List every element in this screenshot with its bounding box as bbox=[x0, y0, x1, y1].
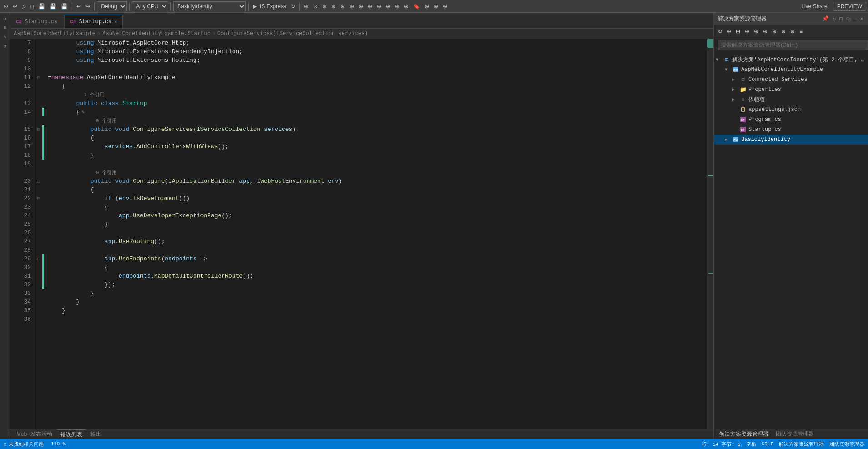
fold-29[interactable]: ⊟ bbox=[35, 254, 42, 263]
status-line-col-label: 行: 14 字节: 6 bbox=[702, 441, 741, 448]
toolbar-more8[interactable]: ⊕ bbox=[384, 2, 392, 10]
fold-15[interactable]: ⊟ bbox=[35, 125, 42, 134]
code-editor[interactable]: 7 8 9 10 11 12 13 14 15 16 17 18 19 2 bbox=[10, 39, 713, 429]
connected-services-icon: ⊞ bbox=[739, 76, 747, 83]
tab-output[interactable]: 输出 bbox=[87, 429, 105, 439]
fold-9 bbox=[35, 56, 42, 65]
toolbar-more4[interactable]: ⊕ bbox=[348, 2, 356, 10]
sidebar-icon-2[interactable]: ≡ bbox=[1, 24, 9, 32]
toolbar-more3[interactable]: ⊕ bbox=[339, 2, 347, 10]
scroll-bar[interactable] bbox=[707, 39, 713, 429]
status-panel1-tab[interactable]: 解决方案资源管理器 bbox=[779, 441, 824, 448]
status-errors-indicator[interactable]: ⊙ 未找到相关问题 bbox=[4, 441, 44, 448]
redo-btn[interactable]: ↪ bbox=[84, 2, 92, 10]
toolbar-perf[interactable]: ⊙ bbox=[311, 2, 319, 10]
toolbar-more5[interactable]: ⊕ bbox=[357, 2, 365, 10]
code-line-32: }); bbox=[44, 280, 707, 289]
toolbar-more12[interactable]: ⊕ bbox=[432, 2, 440, 10]
toolbar-btn-6[interactable]: 💾 bbox=[48, 2, 58, 10]
se-toolbar-9[interactable]: ⊕ bbox=[788, 27, 797, 35]
path-segment-1[interactable]: AspNetCoreIdentityExample bbox=[14, 30, 95, 37]
status-zoom[interactable]: 110 % bbox=[51, 441, 66, 447]
sidebar-icon-1[interactable]: ⊙ bbox=[1, 15, 9, 23]
project-select[interactable]: BasiclyIdentity bbox=[173, 1, 246, 11]
path-segment-3[interactable]: ConfigureServices(IServiceCollection ser… bbox=[217, 30, 368, 37]
panel-settings-icon[interactable]: ⚙ bbox=[845, 15, 850, 23]
tab-startup-inactive[interactable]: C# Startup.cs bbox=[10, 15, 63, 28]
path-segment-2[interactable]: AspNetCoreIdentityExample.Startup bbox=[102, 30, 210, 37]
tree-connected-services[interactable]: ▶ ⊞ Connected Services bbox=[714, 75, 868, 85]
se-toolbar-8[interactable]: ⊕ bbox=[779, 27, 788, 35]
tab-close-btn[interactable]: ✕ bbox=[114, 19, 117, 25]
fold-20[interactable]: ⊟ bbox=[35, 177, 42, 185]
toolbar-btn-2[interactable]: ↩ bbox=[11, 2, 19, 10]
iis-run-btn[interactable]: ▶ IIS Express bbox=[251, 2, 288, 10]
sidebar-icon-3[interactable]: ✎ bbox=[1, 33, 9, 41]
toolbar-more13[interactable]: ⊕ bbox=[441, 2, 449, 10]
undo-btn[interactable]: ↩ bbox=[75, 2, 83, 10]
tree-solution-root[interactable]: ▼ ⊞ 解决方案'AspNetCoreIdentity'(第 2 个项目, 共 … bbox=[714, 55, 868, 65]
code-line-15: public void ConfigureServices(IServiceCo… bbox=[44, 125, 707, 134]
status-line-col[interactable]: 行: 14 字节: 6 bbox=[702, 441, 741, 448]
panel-tab-solution-explorer[interactable]: 解决方案资源管理器 bbox=[718, 430, 770, 438]
panel-tab-team-explorer[interactable]: 团队资源管理器 bbox=[774, 430, 816, 438]
solution-search-input[interactable] bbox=[718, 40, 868, 50]
se-toolbar-2[interactable]: ⊕ bbox=[725, 27, 733, 35]
toolbar-btn-5[interactable]: 💾 bbox=[36, 2, 47, 10]
tree-properties[interactable]: ▶ 📁 Properties bbox=[714, 85, 868, 95]
panel-filter-icon[interactable]: ⊟ bbox=[838, 15, 843, 23]
se-toolbar-5[interactable]: ⊕ bbox=[752, 27, 760, 35]
bottom-tabs: Web 发布活动 错误列表 输出 bbox=[10, 429, 713, 439]
panel-header-icons: 📌 ↻ ⊟ ⚙ — ✕ bbox=[821, 15, 864, 23]
toolbar-btn-4[interactable]: □ bbox=[29, 2, 35, 10]
toolbar-more10[interactable]: ⊕ bbox=[402, 2, 410, 10]
tree-appsettings[interactable]: {} appsettings.json bbox=[714, 105, 868, 115]
se-toolbar-1[interactable]: ⟲ bbox=[716, 27, 724, 35]
tree-program-cs[interactable]: C# Program.cs bbox=[714, 115, 868, 125]
status-panel2-tab[interactable]: 团队资源管理器 bbox=[829, 441, 864, 448]
status-encoding[interactable]: 空格 bbox=[746, 441, 756, 448]
toolbar-more9[interactable]: ⊕ bbox=[393, 2, 401, 10]
tree-project2[interactable]: ▶ C# BasiclyIdentity bbox=[714, 135, 868, 145]
sidebar-icon-4[interactable]: ⚙ bbox=[1, 42, 9, 50]
toolbar-more7[interactable]: ⊕ bbox=[375, 2, 383, 10]
se-toolbar-10[interactable]: ≡ bbox=[798, 27, 804, 35]
refresh-btn[interactable]: ↻ bbox=[289, 2, 297, 10]
line-numbers: 7 8 9 10 11 12 13 14 15 16 17 18 19 2 bbox=[10, 39, 35, 429]
toolbar-btn-7[interactable]: 💾 bbox=[59, 2, 70, 10]
toolbar-more2[interactable]: ⊕ bbox=[329, 2, 338, 10]
live-share-btn[interactable]: Live Share bbox=[799, 2, 829, 10]
tree-dependencies[interactable]: ▶ ⊕ 依赖项 bbox=[714, 95, 868, 105]
preview-btn[interactable]: PREVIEW bbox=[833, 2, 866, 11]
toolbar-more1[interactable]: ⊕ bbox=[320, 2, 329, 10]
tab-startup-active[interactable]: C# Startup.cs ✕ bbox=[64, 15, 123, 28]
se-toolbar-4[interactable]: ⊕ bbox=[743, 27, 751, 35]
toolbar-more6[interactable]: ⊕ bbox=[366, 2, 374, 10]
toolbar-attach[interactable]: ⊕ bbox=[302, 2, 310, 10]
code-line-26 bbox=[44, 229, 707, 237]
fold-11[interactable]: ⊟ bbox=[35, 73, 42, 82]
tab-errors[interactable]: 错误列表 bbox=[57, 429, 86, 439]
code-line-25: } bbox=[44, 220, 707, 229]
code-content[interactable]: using Microsoft.AspNetCore.Http; using M… bbox=[44, 39, 707, 429]
se-toolbar-6[interactable]: ⊕ bbox=[761, 27, 769, 35]
tab-web-publish[interactable]: Web 发布活动 bbox=[14, 429, 56, 439]
cpu-select[interactable]: Any CPU bbox=[132, 1, 168, 11]
status-eol[interactable]: CRLF bbox=[762, 441, 773, 447]
se-toolbar-7[interactable]: ⊕ bbox=[770, 27, 778, 35]
scroll-marker-1 bbox=[708, 175, 713, 176]
panel-pin-icon[interactable]: 📌 bbox=[821, 15, 830, 23]
se-toolbar-3[interactable]: ⊟ bbox=[734, 27, 742, 35]
tree-startup-cs[interactable]: C# Startup.cs bbox=[714, 125, 868, 135]
toolbar-more11[interactable]: ⊕ bbox=[423, 2, 431, 10]
panel-collapse-icon[interactable]: — bbox=[853, 15, 858, 23]
toolbar-btn-3[interactable]: ▷ bbox=[20, 2, 28, 10]
toolbar-bookmark[interactable]: 🔖 bbox=[411, 2, 422, 10]
panel-close-icon[interactable]: ✕ bbox=[859, 15, 864, 23]
code-line-ref3: 0 个引用 bbox=[44, 168, 707, 177]
panel-refresh-icon[interactable]: ↻ bbox=[832, 15, 837, 23]
fold-22[interactable]: ⊟ bbox=[35, 194, 42, 203]
debug-config-select[interactable]: Debug bbox=[97, 1, 127, 11]
toolbar-btn-1[interactable]: ⊙ bbox=[2, 2, 10, 10]
tree-project1[interactable]: ▼ C# AspNetCoreIdentityExample bbox=[714, 65, 868, 75]
